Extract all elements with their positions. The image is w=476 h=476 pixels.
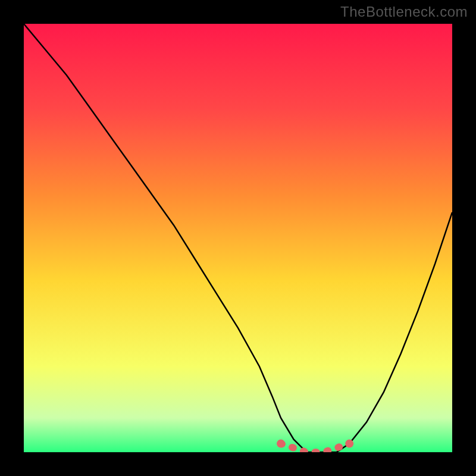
chart-container xyxy=(24,24,452,452)
bottleneck-chart xyxy=(24,24,452,452)
watermark-text: TheBottleneck.com xyxy=(340,4,468,20)
optimal-zone-endpoint xyxy=(345,440,353,448)
optimal-zone-endpoint xyxy=(277,440,285,448)
gradient-background xyxy=(24,24,452,452)
